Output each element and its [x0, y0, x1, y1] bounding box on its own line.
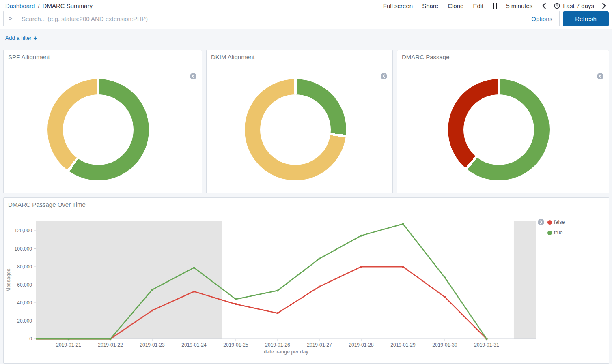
- chart-legend: false true: [547, 218, 565, 237]
- svg-text:2019-01-26: 2019-01-26: [265, 342, 290, 348]
- search-input[interactable]: [16, 15, 531, 22]
- breadcrumb: Dashboard / DMARC Summary: [5, 2, 93, 9]
- time-next-button[interactable]: [602, 3, 606, 9]
- svg-text:80,000: 80,000: [17, 264, 32, 270]
- chevron-left-circle-icon: [597, 73, 603, 79]
- svg-text:60,000: 60,000: [17, 282, 32, 288]
- plus-icon[interactable]: +: [34, 34, 37, 41]
- legend-collapse-button[interactable]: [597, 73, 603, 79]
- dmarc-donut-chart[interactable]: [448, 79, 550, 180]
- chevron-right-circle-icon: [538, 219, 544, 225]
- legend-item-false[interactable]: false: [547, 218, 565, 226]
- legend-true-label: true: [554, 230, 563, 236]
- full-screen-button[interactable]: Full screen: [383, 2, 413, 9]
- svg-text:20,000: 20,000: [17, 318, 32, 324]
- svg-text:date_range per day: date_range per day: [264, 349, 308, 355]
- spf-donut-chart[interactable]: [47, 79, 149, 180]
- time-range-picker[interactable]: Last 7 days: [554, 2, 594, 9]
- dkim-alignment-panel: DKIM Alignment: [206, 50, 393, 193]
- svg-text:0: 0: [29, 336, 32, 342]
- clock-icon: [554, 3, 560, 9]
- chevron-left-circle-icon: [381, 73, 387, 79]
- page-title: DMARC Summary: [43, 2, 93, 9]
- dmarc-over-time-line-chart: 2019-01-212019-01-222019-01-232019-01-24…: [4, 198, 610, 364]
- legend-false-dot-icon: [547, 220, 552, 225]
- time-range-label: Last 7 days: [563, 2, 594, 9]
- filter-bar: Add a filter +: [5, 34, 37, 41]
- terminal-prompt-icon: >_: [9, 15, 16, 22]
- legend-collapse-button[interactable]: [190, 73, 196, 79]
- svg-text:2019-01-31: 2019-01-31: [474, 342, 499, 348]
- time-previous-button[interactable]: [542, 3, 546, 9]
- panel-title-dmarc: DMARC Passage: [402, 54, 450, 60]
- svg-text:2019-01-28: 2019-01-28: [349, 342, 374, 348]
- svg-text:2019-01-25: 2019-01-25: [223, 342, 248, 348]
- panel-title-dkim: DKIM Alignment: [211, 54, 255, 60]
- panel-title-spf: SPF Allignment: [8, 54, 50, 60]
- legend-toggle-button[interactable]: [538, 219, 544, 225]
- svg-text:2019-01-29: 2019-01-29: [390, 342, 416, 348]
- svg-text:Messages: Messages: [6, 268, 11, 292]
- spf-alignment-panel: SPF Allignment: [3, 50, 202, 193]
- legend-item-true[interactable]: true: [547, 229, 565, 237]
- breadcrumb-separator: /: [38, 2, 39, 9]
- dmarc-over-time-panel: DMARC Passage Over Time 2019-01-212019-0…: [3, 197, 609, 364]
- pause-refresh-icon[interactable]: [493, 3, 497, 9]
- svg-text:2019-01-23: 2019-01-23: [140, 342, 165, 348]
- dkim-donut-chart[interactable]: [245, 79, 346, 180]
- legend-true-dot-icon: [547, 231, 552, 235]
- svg-text:2019-01-24: 2019-01-24: [181, 342, 207, 348]
- refresh-button[interactable]: Refresh: [563, 11, 609, 26]
- svg-text:2019-01-30: 2019-01-30: [432, 342, 457, 348]
- breadcrumb-dashboard-link[interactable]: Dashboard: [5, 2, 35, 9]
- chevron-right-icon: [602, 3, 606, 9]
- chevron-left-icon: [542, 3, 546, 9]
- svg-text:2019-01-22: 2019-01-22: [98, 342, 123, 348]
- top-header: Dashboard / DMARC Summary Full screen Sh…: [0, 0, 612, 11]
- share-button[interactable]: Share: [422, 2, 438, 9]
- edit-button[interactable]: Edit: [473, 2, 483, 9]
- svg-text:120,000: 120,000: [15, 228, 32, 233]
- svg-text:40,000: 40,000: [17, 300, 32, 306]
- clone-button[interactable]: Clone: [448, 2, 463, 9]
- legend-collapse-button[interactable]: [381, 73, 387, 79]
- search-bar: >_ Options: [3, 11, 560, 26]
- svg-text:2019-01-27: 2019-01-27: [307, 342, 332, 348]
- top-nav-menu: Full screen Share Clone Edit 5 minutes L…: [383, 2, 606, 9]
- legend-false-label: false: [554, 219, 565, 225]
- svg-text:100,000: 100,000: [15, 246, 32, 252]
- chevron-left-circle-icon: [190, 73, 196, 79]
- refresh-interval-button[interactable]: 5 minutes: [506, 2, 532, 9]
- options-link[interactable]: Options: [531, 15, 552, 22]
- dmarc-passage-panel: DMARC Passage: [397, 50, 609, 193]
- add-filter-link[interactable]: Add a filter: [5, 35, 32, 41]
- svg-text:2019-01-21: 2019-01-21: [56, 342, 81, 348]
